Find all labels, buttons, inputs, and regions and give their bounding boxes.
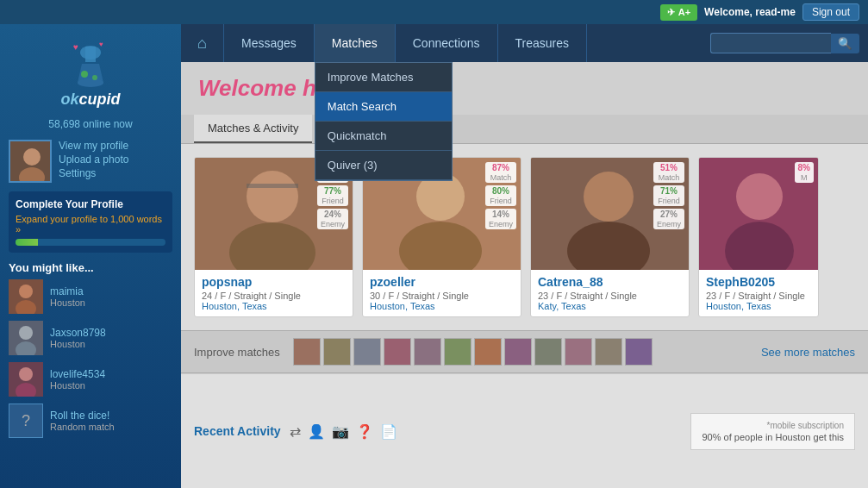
signout-button[interactable]: Sign out	[802, 3, 859, 21]
see-more-button[interactable]: See more matches	[761, 346, 855, 359]
progress-bar	[16, 239, 165, 246]
promo-label: A+	[678, 7, 690, 17]
dropdown-quickmatch[interactable]: Quickmatch	[315, 122, 452, 151]
suggested-name-1: maimia	[50, 285, 85, 297]
card-details-3: 23 / F / Straight / Single	[538, 291, 682, 301]
suggested-avatar-3	[9, 362, 43, 397]
expand-profile-link[interactable]: Expand your profile to 1,000 words »	[16, 214, 165, 235]
complete-profile-section: Complete Your Profile Expand your profil…	[9, 191, 172, 253]
card-info-2: pzoeller 30 / F / Straight / Single Hous…	[363, 270, 521, 316]
search-input[interactable]	[710, 33, 831, 53]
tabs-bar: Matches & Activity	[181, 115, 868, 144]
thumb-11[interactable]	[595, 338, 622, 366]
profile-section: View my profile Upload a photo Settings	[9, 140, 172, 183]
thumb-10[interactable]	[565, 338, 592, 366]
svg-point-18	[19, 367, 33, 381]
card-location-2: Houston, Texas	[370, 301, 514, 311]
thumb-12[interactable]	[625, 338, 653, 366]
upload-photo-link[interactable]: Upload a photo	[59, 153, 128, 166]
username-label: read-me	[755, 6, 796, 18]
suggested-user-3[interactable]: lovelife4534 Houston	[9, 362, 172, 397]
dropdown-improve-matches[interactable]: Improve Matches	[315, 63, 452, 92]
profile-avatar[interactable]	[9, 140, 52, 183]
person-icon[interactable]: 👤	[308, 423, 325, 440]
match-card-4[interactable]: 8% M StephB0205 23 / F / Straight / Sing…	[698, 157, 819, 317]
card-location-4: Houston, Texas	[706, 301, 811, 311]
suggested-avatar-2	[9, 321, 43, 355]
card-username-2[interactable]: pzoeller	[370, 275, 514, 289]
card-info-1: popsnap 24 / F / Straight / Single Houst…	[195, 270, 353, 316]
card-username-1[interactable]: popsnap	[202, 275, 346, 289]
logo-svg: ♥ ♥	[56, 40, 125, 91]
card-info-4: StephB0205 23 / F / Straight / Single Ho…	[699, 270, 818, 316]
roll-dice-section[interactable]: ? Roll the dice! Random match	[9, 404, 172, 438]
svg-rect-1	[85, 47, 96, 62]
enemy-pct-3: 27% Enemy	[653, 209, 684, 229]
view-profile-link[interactable]: View my profile	[59, 140, 128, 152]
nav-connections[interactable]: Connections	[396, 24, 498, 62]
card-stats-2: 87% Match 80% Friend 14% Enemy	[485, 162, 516, 229]
roll-dice-title: Roll the dice!	[50, 410, 115, 422]
shuffle-icon[interactable]: ⇄	[290, 423, 301, 440]
thumb-1[interactable]	[293, 338, 321, 366]
suggested-user-1[interactable]: maimia Houston	[9, 279, 172, 314]
matches-label: Matches	[332, 36, 378, 50]
question-icon[interactable]: ❓	[356, 423, 373, 440]
dropdown-quiver[interactable]: Quiver (3)	[315, 151, 452, 180]
thumb-4[interactable]	[384, 338, 411, 366]
suggested-info-1: maimia Houston	[50, 285, 85, 308]
enemy-pct-2: 14% Enemy	[485, 209, 516, 229]
svg-point-12	[19, 285, 33, 298]
treasures-label: Treasures	[515, 36, 570, 50]
cards-area: 83% Match 77% Friend 24% Enemy	[181, 144, 868, 330]
promo-badge[interactable]: ✈ A+	[660, 4, 697, 21]
enemy-pct-1: 24% Enemy	[317, 209, 348, 229]
home-nav-button[interactable]: ⌂	[181, 24, 224, 62]
recent-activity-section: Recent Activity ⇄ 👤 📷 ❓ 📄 *mobile subscr…	[181, 373, 868, 488]
you-might-like-label: You might like...	[9, 261, 172, 274]
svg-point-4	[81, 71, 88, 78]
connections-label: Connections	[413, 36, 480, 50]
recent-activity-title: Recent Activity	[194, 424, 281, 438]
thumb-9[interactable]	[534, 338, 562, 366]
suggested-user-2[interactable]: Jaxson8798 Houston	[9, 321, 172, 355]
dropdown-match-search[interactable]: Match Search	[315, 92, 452, 122]
svg-point-28	[584, 172, 634, 222]
sidebar: ♥ ♥ okcupid 58,698 online now View my pr…	[0, 24, 181, 488]
nav-treasures[interactable]: Treasures	[498, 24, 588, 62]
nav-matches[interactable]: Matches Improve Matches Match Search Qui…	[315, 24, 396, 62]
thumb-2[interactable]	[323, 338, 351, 366]
document-icon[interactable]: 📄	[380, 423, 397, 440]
settings-link[interactable]: Settings	[59, 167, 128, 179]
card-username-3[interactable]: Catrena_88	[538, 275, 682, 289]
svg-rect-23	[247, 184, 298, 188]
thumb-8[interactable]	[504, 338, 532, 366]
thumb-6[interactable]	[444, 338, 471, 366]
suggested-location-3: Houston	[50, 380, 105, 391]
suggested-location-1: Houston	[50, 297, 85, 308]
thumb-5[interactable]	[414, 338, 441, 366]
logo-cupid: cupid	[79, 91, 121, 108]
svg-text:♥: ♥	[99, 41, 103, 48]
matches-dropdown: Improve Matches Match Search Quickmatch …	[315, 62, 453, 181]
card-photo-4: 8% M	[699, 158, 818, 270]
tab-matches-activity[interactable]: Matches & Activity	[194, 115, 312, 143]
match-pct-4: 8% M	[795, 162, 814, 183]
recent-icons: ⇄ 👤 📷 ❓ 📄	[290, 423, 397, 440]
improve-thumbs	[293, 338, 748, 366]
welcome-banner: Welcome home	[181, 62, 868, 115]
camera-icon[interactable]: 📷	[332, 423, 349, 440]
suggested-info-3: lovelife4534 Houston	[50, 368, 105, 391]
profile-links: View my profile Upload a photo Settings	[59, 140, 128, 179]
suggested-name-2: Jaxson8798	[50, 327, 106, 339]
match-card-3[interactable]: 51% Match 71% Friend 27% Enemy	[530, 157, 690, 317]
welcome-text: Welcome, read-me	[704, 6, 796, 18]
plane-icon: ✈	[667, 7, 675, 18]
thumb-3[interactable]	[353, 338, 381, 366]
nav-messages[interactable]: Messages	[224, 24, 315, 62]
card-stats-4: 8% M	[795, 162, 814, 183]
card-username-4[interactable]: StephB0205	[706, 275, 811, 289]
svg-point-3	[78, 78, 103, 87]
search-button[interactable]: 🔍	[831, 34, 859, 53]
thumb-7[interactable]	[474, 338, 502, 366]
